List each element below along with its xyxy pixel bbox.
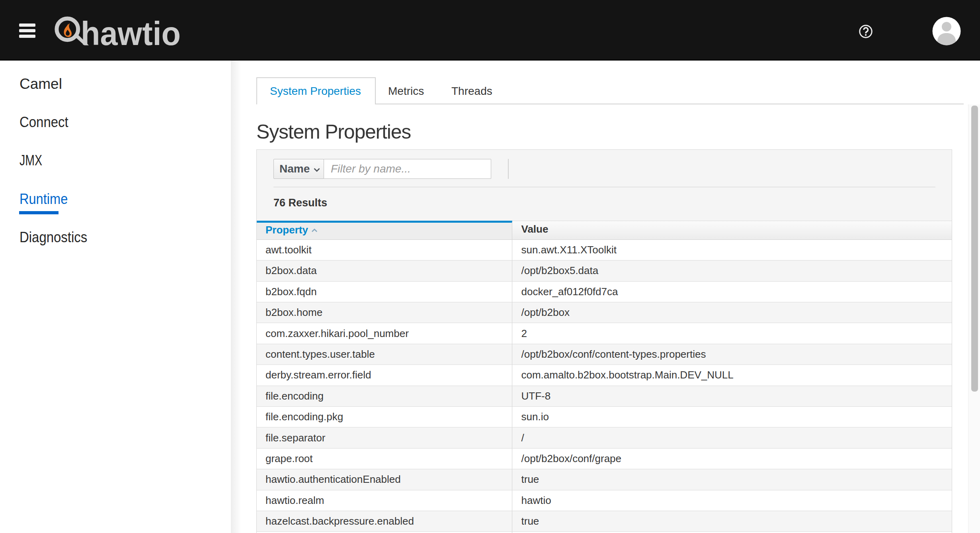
svg-text:hawtio: hawtio — [81, 15, 181, 47]
